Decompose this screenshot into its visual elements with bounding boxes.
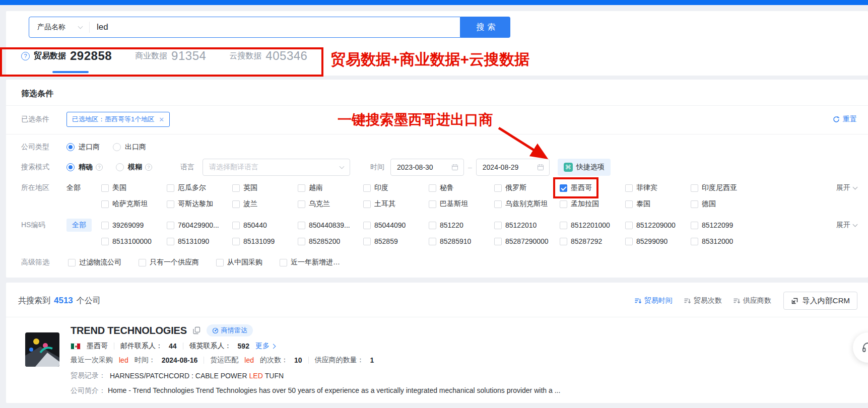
sort-option[interactable]: 贸易时间 <box>634 296 673 305</box>
radio-fuzzy-mode[interactable]: 模糊 ? <box>116 163 152 172</box>
radio-icon <box>66 163 75 171</box>
hs-code-checkbox[interactable]: 760429900... <box>165 220 231 230</box>
radio-importer[interactable]: 进口商 <box>66 143 100 152</box>
checkbox-label: 85287290000 <box>505 237 549 245</box>
tab-trade-data[interactable]: ? 贸易数据 292858 <box>21 49 112 63</box>
hs-code-checkbox[interactable]: 85312000 <box>689 236 755 246</box>
region-checkbox[interactable]: 印度 <box>362 182 427 193</box>
trade-record-text: HARNESS/PATCHCORD : CABLE POWER <box>110 372 247 380</box>
hs-code-checkbox[interactable]: 85287292 <box>558 236 624 246</box>
tab-cloud-search-data[interactable]: 云搜数据 405346 <box>229 49 307 63</box>
hs-code-checkbox[interactable]: 85122099 <box>689 220 755 230</box>
company-profile-row: 公司简介： Home - Trend Technologies Trend Te… <box>71 386 857 395</box>
tab-business-data[interactable]: 商业数据 91354 <box>135 49 206 63</box>
hs-code-row-1: HS编码 全部 39269099 760429900... <box>21 217 864 233</box>
region-expand-button[interactable]: 展开 <box>836 183 857 192</box>
region-checkbox[interactable]: 乌兹别克斯坦 <box>493 198 558 210</box>
hs-code-checkbox[interactable]: 85299090 <box>624 236 689 246</box>
region-checkbox[interactable]: 印度尼西亚 <box>689 182 755 193</box>
advanced-checkbox[interactable]: 过滤物流公司 <box>66 257 123 268</box>
radio-exact-mode[interactable]: 精确 ? <box>66 163 103 172</box>
region-checkbox[interactable]: 英国 <box>231 182 296 193</box>
hs-code-checkbox[interactable]: 852859 <box>362 236 427 246</box>
hs-code-checkbox[interactable]: 39269099 <box>100 220 165 230</box>
results-summary: 共搜索到 4513 个公司 <box>18 296 101 306</box>
hs-code-checkbox[interactable]: 851220 <box>427 220 493 230</box>
hs-code-checkbox[interactable]: 85122010 <box>493 220 558 230</box>
radio-label: 精确 <box>79 163 93 172</box>
search-button[interactable]: 搜索 <box>460 17 510 38</box>
hs-code-checkbox[interactable]: 850440839... <box>296 220 362 230</box>
hs-code-checkbox[interactable]: 8513100000 <box>100 236 165 246</box>
region-checkbox[interactable]: 乌克兰 <box>296 198 362 210</box>
copy-icon[interactable] <box>193 326 201 334</box>
advanced-checkbox[interactable]: 只有一个供应商 <box>137 257 201 268</box>
radio-icon <box>116 163 124 171</box>
region-checkbox[interactable]: 越南 <box>296 182 362 193</box>
remove-tag-icon[interactable]: ✕ <box>159 116 164 123</box>
search-category-select[interactable]: 产品名称 <box>29 23 89 32</box>
sort-options: 贸易时间 贸易次数 供应商数 <box>634 296 771 305</box>
hs-all-option[interactable]: 全部 <box>66 219 92 232</box>
region-checkbox[interactable]: 俄罗斯 <box>493 182 558 193</box>
more-link[interactable]: 更多 <box>255 342 275 351</box>
region-checkbox[interactable]: 哈萨克斯坦 <box>100 198 165 210</box>
hs-code-checkbox[interactable]: 85285910 <box>427 236 493 246</box>
trade-record-row: 贸易记录： HARNESS/PATCHCORD : CABLE POWER LE… <box>71 371 857 380</box>
language-select[interactable]: 请选择翻译语言 <box>203 159 350 176</box>
region-checkbox[interactable]: 孟加拉国 <box>558 198 624 210</box>
region-checkbox[interactable]: 波兰 <box>231 198 296 210</box>
region-checkbox[interactable]: 美国 <box>100 182 165 193</box>
checkbox-icon <box>167 200 174 208</box>
radio-label: 出口商 <box>125 143 146 152</box>
checkbox-label: 美国 <box>112 183 126 192</box>
selected-conditions-row: 已选条件 已选地区：墨西哥等1个地区 ✕ 重置 <box>21 111 864 128</box>
region-checkbox[interactable]: 菲律宾 <box>624 182 689 193</box>
region-all-option[interactable]: 全部 <box>66 183 81 192</box>
region-checkbox[interactable]: 巴基斯坦 <box>427 198 493 210</box>
hs-expand-button[interactable]: 展开 <box>836 221 857 230</box>
sort-option[interactable]: 供应商数 <box>733 296 771 305</box>
region-checkbox[interactable]: 墨西哥 <box>558 182 624 193</box>
region-checkbox[interactable]: 秘鲁 <box>427 182 493 193</box>
sort-option[interactable]: 贸易次数 <box>684 296 722 305</box>
radio-icon <box>66 143 75 151</box>
search-input[interactable] <box>90 22 460 32</box>
company-name[interactable]: TREND TECHNOLOGIES <box>71 325 187 336</box>
region-checkbox[interactable]: 厄瓜多尔 <box>165 182 231 193</box>
hs-code-checkbox[interactable]: 85285200 <box>296 236 362 246</box>
region-checkbox[interactable]: 泰国 <box>624 198 689 210</box>
region-checkbox[interactable]: 哥斯达黎加 <box>165 198 231 210</box>
company-thumbnail[interactable] <box>25 332 59 367</box>
freight-count: 10 <box>294 356 302 364</box>
reset-button[interactable]: 重置 <box>833 115 857 124</box>
radio-exporter[interactable]: 出口商 <box>113 143 146 152</box>
hs-code-checkbox[interactable]: 85044090 <box>362 220 427 230</box>
info-hint-icon[interactable]: ? <box>145 164 152 171</box>
hs-code-checkbox[interactable]: 85287290000 <box>493 236 558 246</box>
import-crm-button[interactable]: 导入内部CRM <box>783 292 857 310</box>
divider <box>114 343 114 350</box>
supplier-count: 1 <box>370 356 374 364</box>
chevron-down-icon <box>853 184 858 189</box>
business-radar-badge[interactable]: 商情雷达 <box>207 324 253 336</box>
advanced-checkbox[interactable]: 从中国采购 <box>215 257 264 268</box>
info-hint-icon[interactable]: ? <box>96 164 103 171</box>
hs-code-checkbox[interactable]: 850440 <box>231 220 296 230</box>
language-placeholder: 请选择翻译语言 <box>209 163 258 172</box>
date-from-input[interactable]: 2023-08-30 <box>390 159 464 176</box>
keyword-led: LED <box>249 372 263 380</box>
hs-code-checkbox[interactable]: 85131090 <box>165 236 231 246</box>
date-to-input[interactable]: 2024-08-29 <box>476 159 550 176</box>
quick-options-button[interactable]: ⌘ 快捷选项 <box>558 159 611 176</box>
checkbox-icon <box>691 184 698 192</box>
region-checkbox[interactable]: 土耳其 <box>362 198 427 210</box>
hs-code-checkbox[interactable]: 8512209000 <box>624 220 689 230</box>
headset-icon <box>861 341 868 354</box>
region-checkbox[interactable]: 德国 <box>689 198 755 210</box>
hs-code-checkbox[interactable]: 85131099 <box>231 236 296 246</box>
advanced-checkbox[interactable]: 近一年新增进口商 <box>278 257 344 268</box>
question-circle-icon[interactable]: ? <box>21 52 30 60</box>
hs-code-checkbox[interactable]: 8512201000 <box>558 220 624 230</box>
time-label: 时间 <box>370 163 384 172</box>
